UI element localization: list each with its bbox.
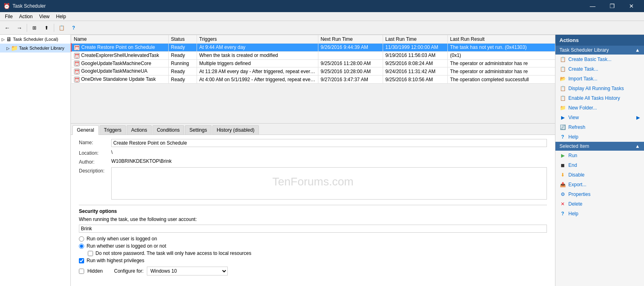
radio-whether-logged-on-input[interactable] [79, 244, 84, 249]
table-row[interactable]: ⏰GoogleUpdateTaskMachineCoreRunningMulti… [71, 59, 555, 67]
checkbox-highest-priv[interactable]: Run with highest privileges [79, 258, 547, 263]
up-button[interactable]: ⬆ [41, 23, 52, 33]
task-table: Name Status Triggers Next Run Time Last … [71, 35, 555, 84]
action-new-folder[interactable]: 📁 New Folder... [555, 103, 644, 113]
tab-conditions[interactable]: Conditions [153, 125, 184, 135]
action-enable-history[interactable]: 📋 Enable All Tasks History [555, 93, 644, 103]
action-create-task[interactable]: 📋 Create Task... [555, 64, 644, 74]
action-export-label: Export... [568, 182, 587, 187]
action-import-task[interactable]: 📂 Import Task... [555, 74, 644, 84]
title-bar: ⏰ Task Scheduler — ❐ ✕ [0, 0, 644, 12]
disable-icon: ⬇ [559, 172, 566, 178]
action-help-selected[interactable]: ? Help [555, 209, 644, 219]
action-end-label: End [568, 162, 577, 168]
tree-label-library: Task Scheduler Library [19, 46, 64, 50]
col-last-run[interactable]: Last Run Time [383, 35, 447, 44]
library-section-header[interactable]: Task Scheduler Library ▲ [555, 46, 644, 55]
table-row[interactable]: ⏰OneDrive Standalone Update TaskReadyAt … [71, 76, 555, 84]
delete-icon: ✕ [559, 201, 566, 207]
action-display-running[interactable]: 📋 Display All Running Tasks [555, 84, 644, 93]
task-list[interactable]: Name Status Triggers Next Run Time Last … [71, 35, 555, 124]
view-icon: ▶ [559, 114, 566, 121]
menu-view[interactable]: View [36, 12, 53, 21]
security-title: Security options [79, 208, 547, 214]
actions-header: Actions [555, 35, 644, 46]
close-button[interactable]: ✕ [622, 0, 641, 12]
col-triggers[interactable]: Triggers [197, 35, 318, 44]
location-value: \ [111, 149, 547, 155]
action-export[interactable]: 📤 Export... [555, 180, 644, 189]
menu-action[interactable]: Action [16, 12, 36, 21]
enable-history-icon: 📋 [559, 95, 566, 101]
action-create-basic-label: Create Basic Task... [568, 57, 612, 62]
radio-logged-on-input[interactable] [79, 236, 84, 242]
selected-section-header[interactable]: Selected Item ▲ [555, 142, 644, 151]
properties-button[interactable]: 📋 [56, 23, 67, 33]
refresh-icon: 🔄 [559, 124, 566, 130]
no-store-pw-checkbox[interactable] [88, 251, 93, 256]
tree-item-library[interactable]: ▷ 📁 Task Scheduler Library [0, 44, 70, 53]
action-properties[interactable]: ⚙ Properties [555, 189, 644, 199]
configure-select[interactable]: Windows 10 [147, 267, 228, 275]
highest-priv-checkbox[interactable] [79, 258, 84, 263]
action-disable[interactable]: ⬇ Disable [555, 170, 644, 180]
radio-whether-logged-on[interactable]: Run whether user is logged on or not [79, 243, 547, 249]
tab-actions[interactable]: Actions [127, 125, 151, 135]
table-row[interactable]: ⏰CreateExplorerShellUnelevatedTaskReadyW… [71, 51, 555, 59]
table-row[interactable]: ⏰GoogleUpdateTaskMachineUAReadyAt 11:28 … [71, 67, 555, 76]
minimize-button[interactable]: — [583, 0, 602, 12]
back-button[interactable]: ← [2, 23, 13, 33]
action-create-task-label: Create Task... [568, 66, 598, 72]
show-hide-button[interactable]: ⊞ [29, 23, 40, 33]
action-run[interactable]: ▶ Run [555, 151, 644, 160]
name-input[interactable] [111, 139, 547, 147]
description-textarea[interactable] [111, 167, 547, 200]
tab-triggers[interactable]: Triggers [100, 125, 126, 135]
action-create-basic[interactable]: 📋 Create Basic Task... [555, 55, 644, 64]
action-end[interactable]: ◼ End [555, 160, 644, 170]
col-status[interactable]: Status [168, 35, 197, 44]
menu-help[interactable]: Help [53, 12, 70, 21]
menu-file[interactable]: File [2, 12, 16, 21]
folder-icon: 📁 [11, 45, 18, 51]
table-row[interactable]: ⏰Create Restore Point on ScheduleReadyAt… [71, 44, 555, 52]
cell-value: 9/25/2016 8:10:56 AM [386, 77, 433, 82]
detail-tabs: General Triggers Actions Conditions Sett… [71, 124, 555, 135]
col-last-result[interactable]: Last Run Result [447, 35, 555, 44]
new-folder-icon: 📁 [559, 105, 566, 111]
tab-history[interactable]: History (disabled) [212, 125, 259, 135]
hidden-checkbox[interactable] [79, 269, 84, 274]
col-next-run[interactable]: Next Run Time [318, 35, 383, 44]
action-view[interactable]: ▶ View ▶ [555, 113, 644, 122]
action-new-folder-label: New Folder... [568, 105, 597, 111]
tree-item-local[interactable]: ▷ 🖥 Task Scheduler (Local) [0, 35, 70, 44]
radio-logged-on[interactable]: Run only when user is logged on [79, 236, 547, 242]
location-label: Location: [79, 149, 111, 156]
action-delete[interactable]: ✕ Delete [555, 199, 644, 209]
restore-button[interactable]: ❐ [603, 0, 621, 12]
selected-collapse-icon: ▲ [635, 143, 640, 149]
detail-panel: General Triggers Actions Conditions Sett… [71, 124, 555, 286]
forward-button[interactable]: → [14, 23, 25, 33]
cell-value: 9/25/2016 8:08:24 AM [386, 61, 433, 66]
tab-settings[interactable]: Settings [185, 125, 211, 135]
checkbox-no-store-pw[interactable]: Do not store password. The task will onl… [88, 250, 547, 256]
cell-value: GoogleUpdateTaskMachineUA [81, 68, 148, 74]
radio-whether-logged-on-label: Run whether user is logged on or not [87, 243, 166, 249]
run-icon: ▶ [559, 152, 566, 159]
name-label: Name: [79, 139, 111, 145]
radio-logged-on-label: Run only when user is logged on [87, 236, 157, 242]
action-import-task-label: Import Task... [568, 76, 597, 82]
toolbar-separator-2 [54, 24, 54, 32]
col-name[interactable]: Name [71, 35, 168, 44]
action-help-library[interactable]: ? Help [555, 132, 644, 142]
action-help-library-label: Help [568, 134, 578, 140]
create-basic-icon: 📋 [559, 56, 566, 63]
help-toolbar-button[interactable]: ? [68, 23, 79, 33]
user-account-input[interactable] [79, 225, 547, 233]
location-field: Location: \ [79, 149, 547, 156]
cell-value: (0x1) [450, 53, 461, 58]
action-refresh[interactable]: 🔄 Refresh [555, 122, 644, 132]
tab-general[interactable]: General [72, 125, 99, 135]
cell-value: Ready [171, 44, 185, 50]
